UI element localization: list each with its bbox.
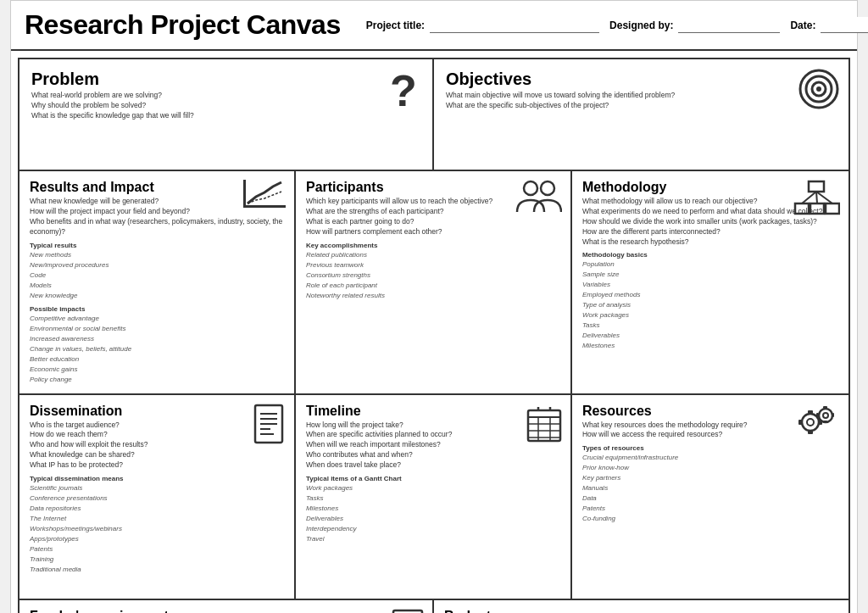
list-item: New knowledge [30,291,284,301]
list-item: Patents [582,504,838,514]
cell-methodology: Methodology What methodology will allow … [572,171,849,393]
list-item: Models [30,281,284,291]
funders-heading: Funder's requirements [30,609,422,613]
methodology-icon-container [793,180,840,219]
list-item: Manuals [582,483,838,493]
svg-point-34 [823,413,828,418]
svg-point-32 [807,419,814,426]
list-item: Co-funding [582,514,838,524]
date-field[interactable]: Date: [790,17,868,33]
designed-by-field[interactable]: Designed by: [609,17,780,33]
cell-resources: Resources What key resources does the me… [572,395,849,599]
list-item: Scientific journals [30,483,284,493]
designed-by-input[interactable] [678,17,780,33]
svg-line-15 [816,192,832,203]
page-title: Research Project Canvas [25,9,341,41]
problem-questions: What real-world problem are we solving? … [31,91,420,121]
list-item: Role of each participant [306,281,560,291]
dissemination-means-list: Scientific journals Conference presentat… [30,483,284,575]
svg-rect-41 [816,413,819,417]
list-item: Code [30,270,284,281]
row-3: Dissemination Who is the target audience… [19,395,849,600]
list-item: Environmental or social benefits [30,324,284,334]
document-icon [252,404,286,444]
target-icon [798,68,840,110]
list-item: Work packages [582,310,838,320]
svg-line-13 [802,192,816,203]
list-item: Better education [30,354,284,365]
svg-rect-38 [819,420,822,425]
key-accomplishments-list: Related publications Previous teamwork C… [306,250,560,301]
cell-dissemination: Dissemination Who is the target audience… [19,395,296,599]
budget-icon-container: $ [806,609,840,613]
svg-rect-40 [823,421,827,423]
project-title-input[interactable] [430,17,599,33]
objectives-heading: Objectives [446,70,837,88]
problem-heading: Problem [31,70,420,88]
methodology-basics-list: Population Sample size Variables Employe… [582,259,838,351]
timeline-heading: Timeline [306,404,560,419]
list-item: Tasks [582,320,838,331]
checklist-icon [392,609,424,613]
dissemination-questions: Who is the target audience? How do we re… [30,421,284,471]
svg-rect-35 [808,410,813,414]
dissemination-heading: Dissemination [30,404,284,419]
svg-rect-37 [798,420,802,425]
list-item: Key partners [582,473,838,483]
cell-participants: Participants Which key participants will… [296,171,572,393]
list-item: Data repositories [30,504,284,514]
list-item: Type of analysis [582,300,838,310]
svg-rect-5 [243,205,286,208]
list-item: Deliverables [306,514,560,524]
list-item: Tasks [306,493,560,504]
typical-results-label: Typical results [30,242,284,249]
canvas: Problem What real-world problem are we s… [18,58,850,613]
svg-text:?: ? [390,68,417,114]
list-item: Work packages [306,483,560,493]
cell-funders: Funder's requirements What requirements … [19,600,434,613]
list-item: Interdependency [306,524,560,534]
row-2: Results and Impact What new knowledge wi… [19,171,849,395]
list-item: Sample size [582,270,838,280]
svg-rect-43 [393,610,422,613]
resources-types-list: Crucial equipment/infrastructure Prior k… [582,453,838,524]
objectives-icon-container [798,68,840,114]
list-item: Travel [306,534,560,544]
svg-line-14 [816,192,817,203]
header-fields: Project title: Designed by: Date: [366,17,868,33]
dissemination-icon-container [252,404,286,448]
cell-problem: Problem What real-world problem are we s… [19,59,434,170]
svg-text:$: $ [809,609,833,613]
date-input[interactable] [821,17,868,33]
list-item: Variables [582,280,838,290]
list-item: Training [30,554,284,565]
timeline-icon-container [526,404,562,446]
list-item: Related publications [306,250,560,260]
list-item: New/improved procedures [30,260,284,270]
methodology-basics-label: Methodology basics [582,251,838,259]
list-item: Deliverables [582,331,838,341]
list-item: Prior know-how [582,463,838,473]
key-accomplishments-label: Key accomplishments [306,242,560,249]
typical-results-list: New methods New/improved procedures Code… [30,250,284,301]
possible-impacts-label: Possible impacts [30,305,284,313]
results-icon-container [243,180,286,217]
network-icon [793,180,840,215]
svg-point-4 [816,86,821,92]
svg-point-7 [524,181,537,195]
calendar-icon [526,404,562,443]
resources-types-label: Types of resources [582,444,838,452]
budget-heading: Budget [444,609,838,613]
svg-rect-6 [243,180,246,208]
date-label: Date: [790,20,815,31]
list-item: New methods [30,250,284,260]
svg-rect-36 [808,431,813,434]
gantt-label: Typical items of a Gantt Chart [306,475,560,482]
list-item: Previous teamwork [306,260,560,270]
svg-rect-11 [810,203,824,214]
participants-icon-container [515,180,562,215]
project-title-field[interactable]: Project title: [366,17,599,33]
dissemination-means-label: Typical dissemination means [30,475,284,482]
svg-point-8 [541,181,554,195]
list-item: Population [582,259,838,270]
